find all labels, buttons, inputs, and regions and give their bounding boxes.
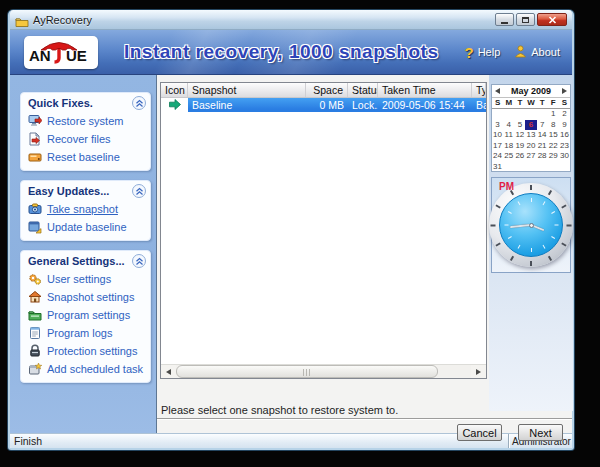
table-row-baseline[interactable]: Baseline0 MBLock...2009-05-06 15:44Ba — [161, 98, 486, 112]
column-header-ty[interactable]: Ty — [472, 83, 486, 97]
about-person-icon — [514, 45, 527, 60]
calendar-day[interactable]: 21 — [537, 141, 548, 152]
calendar-day[interactable]: 25 — [503, 151, 514, 162]
title-bar[interactable]: AyRecovery — [10, 10, 572, 30]
calendar-day[interactable]: 5 — [514, 120, 525, 131]
calendar-day[interactable]: 22 — [548, 141, 559, 152]
window-title: AyRecovery — [33, 14, 92, 26]
anjue-logo: AN UE — [24, 36, 98, 69]
calendar-day[interactable]: 29 — [548, 151, 559, 162]
bezel-tick — [530, 185, 532, 190]
sidebar-section-quick-fixes: Quick Fixes.Restore systemRecover filesR… — [20, 92, 151, 171]
calendar-day-empty — [548, 162, 559, 173]
sidebar-item-label: Program settings — [47, 309, 130, 321]
row-icon-cell — [161, 98, 188, 112]
sidebar-item-program-settings[interactable]: Program settings — [21, 306, 150, 324]
face-tick — [531, 198, 532, 202]
next-button[interactable]: Next — [518, 424, 563, 441]
bezel-tick — [548, 255, 552, 260]
banner: AN UE Instant recovery, 1000 snapshots ?… — [10, 30, 572, 75]
sidebar-item-snapshot-settings[interactable]: Snapshot settings — [21, 288, 150, 306]
calendar-day[interactable]: 28 — [537, 151, 548, 162]
green-arrow-icon — [169, 99, 181, 112]
analog-clock — [489, 183, 573, 267]
calendar-day[interactable]: 4 — [503, 120, 514, 131]
right-column: May 2009 SMTWTFS 12345678910111213141516… — [489, 75, 573, 411]
calendar: May 2009 SMTWTFS 12345678910111213141516… — [491, 84, 571, 172]
column-header-space[interactable]: Space — [306, 83, 348, 97]
calendar-day[interactable]: 17 — [492, 141, 503, 152]
snapshot-listview: IconSnapshotSpaceStatusTaken TimeTy Base… — [160, 82, 487, 379]
calendar-day-empty — [525, 109, 536, 120]
status-left: Finish — [14, 435, 42, 447]
calendar-day[interactable]: 19 — [514, 141, 525, 152]
sidebar-item-protection-settings[interactable]: Protection settings — [21, 342, 150, 360]
calendar-day[interactable]: 16 — [559, 130, 570, 141]
scroll-left-button[interactable] — [161, 365, 176, 378]
column-header-snapshot[interactable]: Snapshot — [188, 83, 306, 97]
bezel-tick — [561, 242, 566, 246]
calendar-day-empty — [537, 109, 548, 120]
calendar-day[interactable]: 12 — [514, 130, 525, 141]
collapse-chevron-icon[interactable] — [132, 184, 146, 198]
calendar-day-empty — [514, 162, 525, 173]
calendar-day[interactable]: 3 — [492, 120, 503, 131]
bezel-tick — [548, 189, 552, 194]
program-logs-icon — [28, 326, 42, 340]
snapshot-settings-icon — [28, 290, 42, 304]
take-snapshot-icon — [28, 202, 42, 216]
calendar-day[interactable]: 9 — [559, 120, 570, 131]
calendar-day[interactable]: 10 — [492, 130, 503, 141]
collapse-chevron-icon[interactable] — [132, 96, 146, 110]
horizontal-scrollbar[interactable] — [161, 364, 486, 378]
sidebar-item-reset-baseline[interactable]: Reset baseline — [21, 148, 150, 166]
am-pm-label: PM — [499, 181, 514, 192]
calendar-day[interactable]: 13 — [525, 130, 536, 141]
protection-settings-icon — [28, 344, 42, 358]
column-header-status[interactable]: Status — [348, 83, 378, 97]
sidebar-item-take-snapshot[interactable]: Take snapshot — [21, 200, 150, 218]
recover-files-icon — [28, 132, 42, 146]
sidebar-item-user-settings[interactable]: User settings — [21, 270, 150, 288]
calendar-day[interactable]: 11 — [503, 130, 514, 141]
cancel-button[interactable]: Cancel — [457, 424, 502, 441]
bezel-tick — [495, 242, 500, 246]
collapse-chevron-icon[interactable] — [132, 254, 146, 268]
calendar-day-header: S — [492, 98, 503, 108]
calendar-day[interactable]: 31 — [492, 162, 503, 173]
column-header-icon[interactable]: Icon — [161, 83, 188, 97]
about-button[interactable]: About — [514, 45, 560, 60]
about-label: About — [531, 46, 560, 58]
calendar-day[interactable]: 24 — [492, 151, 503, 162]
sidebar-item-update-baseline[interactable]: Update baseline — [21, 218, 150, 236]
calendar-day[interactable]: 7 — [537, 120, 548, 131]
calendar-day[interactable]: 23 — [559, 141, 570, 152]
calendar-next-button[interactable] — [562, 88, 567, 94]
calendar-day[interactable]: 8 — [548, 120, 559, 131]
close-button[interactable] — [537, 13, 567, 26]
calendar-day[interactable]: 1 — [548, 109, 559, 120]
clock-panel: PM — [491, 177, 571, 273]
calendar-day[interactable]: 2 — [559, 109, 570, 120]
calendar-day[interactable]: 30 — [559, 151, 570, 162]
calendar-day[interactable]: 14 — [537, 130, 548, 141]
calendar-grid: 1234567891011121314151617181920212223242… — [492, 109, 570, 172]
sidebar-item-recover-files[interactable]: Recover files — [21, 130, 150, 148]
calendar-day[interactable]: 18 — [503, 141, 514, 152]
scrollbar-thumb[interactable] — [176, 365, 438, 378]
calendar-day[interactable]: 20 — [525, 141, 536, 152]
help-button[interactable]: ? Help — [464, 45, 500, 60]
maximize-button[interactable] — [516, 13, 535, 26]
minimize-button[interactable] — [495, 13, 514, 26]
calendar-day[interactable]: 27 — [525, 151, 536, 162]
sidebar-item-program-logs[interactable]: Program logs — [21, 324, 150, 342]
calendar-day[interactable]: 15 — [548, 130, 559, 141]
calendar-day-selected[interactable]: 6 — [525, 120, 536, 131]
calendar-day[interactable]: 26 — [514, 151, 525, 162]
calendar-day-empty — [503, 109, 514, 120]
sidebar-item-add-scheduled-task[interactable]: Add scheduled task — [21, 360, 150, 378]
snapshot-type: Ba — [472, 98, 486, 112]
column-header-taken-time[interactable]: Taken Time — [378, 83, 472, 97]
sidebar-item-restore-system[interactable]: Restore system — [21, 112, 150, 130]
scroll-right-button[interactable] — [471, 365, 486, 378]
